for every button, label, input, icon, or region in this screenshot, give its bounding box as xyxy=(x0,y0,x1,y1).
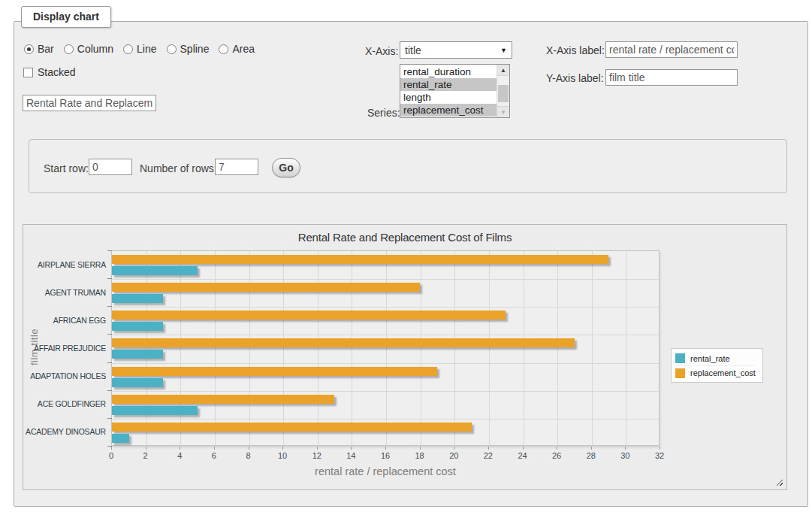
gridline-x xyxy=(180,251,181,445)
chart-title-input[interactable] xyxy=(23,95,156,111)
gridline-x xyxy=(421,251,421,445)
bar-rental_rate xyxy=(112,322,163,331)
x-tick-label: 26 xyxy=(545,451,568,460)
category-label: ACADEMY DINOSAUR xyxy=(23,427,106,436)
bar-replacement_cost xyxy=(112,338,575,347)
chevron-down-icon: ▼ xyxy=(500,47,507,54)
x-tick-mark xyxy=(420,447,421,450)
listbox-scrollbar[interactable]: ▲ ▼ xyxy=(497,65,509,117)
gridline-y xyxy=(112,307,659,308)
x-axis-label-input[interactable] xyxy=(605,41,738,58)
chart-container: Rental Rate and Replacement Cost of Film… xyxy=(23,224,787,490)
chart-type-bar[interactable]: Bar xyxy=(24,43,54,55)
gridline-y xyxy=(112,279,659,280)
gridline-x xyxy=(386,251,387,445)
chart-type-spline[interactable]: Spline xyxy=(167,43,210,55)
stacked-label: Stacked xyxy=(38,66,76,78)
gridline-x xyxy=(557,251,558,445)
x-axis-title: rental rate / replacement cost xyxy=(111,465,660,477)
series-option-length[interactable]: length xyxy=(400,91,497,104)
go-button[interactable]: Go xyxy=(272,158,300,177)
y-axis-label-input[interactable] xyxy=(605,69,738,86)
radio-icon[interactable] xyxy=(123,44,133,54)
x-tick-mark xyxy=(454,447,454,450)
radio-icon[interactable] xyxy=(219,44,228,54)
x-tick-mark xyxy=(523,447,524,450)
x-tick-label: 24 xyxy=(512,451,534,460)
y-tick-mark xyxy=(107,278,112,279)
chart-type-line[interactable]: Line xyxy=(123,43,156,55)
gridline-y xyxy=(112,335,659,335)
series-options: rental_durationrental_ratelengthreplacem… xyxy=(400,65,497,117)
scrollbar-thumb[interactable] xyxy=(498,85,509,102)
x-tick-mark xyxy=(146,447,146,450)
x-axis-select-label: X-Axis: xyxy=(365,45,398,57)
x-tick-mark xyxy=(660,447,660,450)
chart-type-label: Area xyxy=(232,43,255,55)
category-label: AIRPLANE SIERRA xyxy=(23,260,106,269)
fieldset-legend: Display chart xyxy=(21,6,111,28)
x-axis-label-field-label: X-Axis label: xyxy=(546,44,605,56)
resize-handle-icon[interactable] xyxy=(774,477,783,486)
x-tick-mark xyxy=(351,447,352,450)
bar-replacement_cost xyxy=(112,311,506,320)
x-tick-label: 16 xyxy=(374,451,397,460)
checkbox-icon[interactable] xyxy=(23,68,33,77)
radio-icon[interactable] xyxy=(24,44,34,54)
series-option-rental_rate[interactable]: rental_rate xyxy=(400,78,497,91)
bar-replacement_cost xyxy=(112,395,334,404)
gridline-y xyxy=(112,391,659,392)
start-row-input[interactable] xyxy=(89,159,132,175)
bar-rental_rate xyxy=(112,406,198,415)
bar-replacement_cost xyxy=(112,367,437,376)
series-listbox-label: Series: xyxy=(367,107,400,119)
number-of-rows-input[interactable] xyxy=(215,159,258,175)
x-tick-mark xyxy=(249,447,249,450)
x-tick-label: 32 xyxy=(648,451,671,460)
series-listbox[interactable]: rental_durationrental_ratelengthreplacem… xyxy=(400,64,510,118)
gridline-x xyxy=(318,251,318,445)
series-option-replacement_cost[interactable]: replacement_cost xyxy=(400,104,497,117)
x-tick-label: 8 xyxy=(237,451,260,460)
radio-icon[interactable] xyxy=(64,44,74,54)
x-tick-label: 10 xyxy=(271,451,294,460)
gridline-y xyxy=(112,419,659,420)
scroll-down-icon[interactable]: ▼ xyxy=(497,106,509,117)
x-axis-selected-value: title xyxy=(405,44,421,56)
gridline-x xyxy=(626,251,626,445)
category-label: AFRICAN EGG xyxy=(23,316,106,325)
chart-type-label: Line xyxy=(137,43,156,55)
series-option-rental_duration[interactable]: rental_duration xyxy=(400,65,497,78)
chart-type-column[interactable]: Column xyxy=(64,43,113,55)
chart-type-radios: BarColumnLineSplineArea xyxy=(24,43,255,55)
y-tick-mark xyxy=(107,362,112,363)
x-tick-label: 2 xyxy=(134,451,157,460)
x-tick-label: 0 xyxy=(100,451,122,460)
bar-replacement_cost xyxy=(112,255,608,264)
gridline-x xyxy=(489,251,490,445)
category-label: AFFAIR PREJUDICE xyxy=(23,344,106,353)
scroll-up-icon[interactable]: ▲ xyxy=(497,65,509,76)
category-label: ACE GOLDFINGER xyxy=(23,399,106,408)
legend-swatch-icon xyxy=(675,368,685,378)
x-tick-label: 28 xyxy=(580,451,602,460)
x-tick-label: 22 xyxy=(477,451,500,460)
bar-replacement_cost xyxy=(112,283,420,292)
radio-icon[interactable] xyxy=(167,44,177,54)
y-tick-mark xyxy=(107,390,112,391)
chart-type-area[interactable]: Area xyxy=(219,43,255,55)
legend-item: rental_rate xyxy=(675,351,756,365)
x-tick-mark xyxy=(282,447,283,450)
number-of-rows-label: Number of rows: xyxy=(140,162,217,174)
bar-rental_rate xyxy=(112,378,163,387)
x-tick-label: 4 xyxy=(168,451,191,460)
x-tick-mark xyxy=(111,447,112,450)
x-tick-mark xyxy=(557,447,557,450)
chart-legend: rental_ratereplacement_cost xyxy=(671,348,763,383)
start-row-label: Start row: xyxy=(44,162,89,174)
y-tick-mark xyxy=(107,418,112,419)
category-label: ADAPTATION HOLES xyxy=(23,371,106,380)
gridline-y xyxy=(112,363,659,364)
x-axis-select[interactable]: title ▼ xyxy=(400,41,512,59)
stacked-checkbox-row[interactable]: Stacked xyxy=(23,66,76,78)
